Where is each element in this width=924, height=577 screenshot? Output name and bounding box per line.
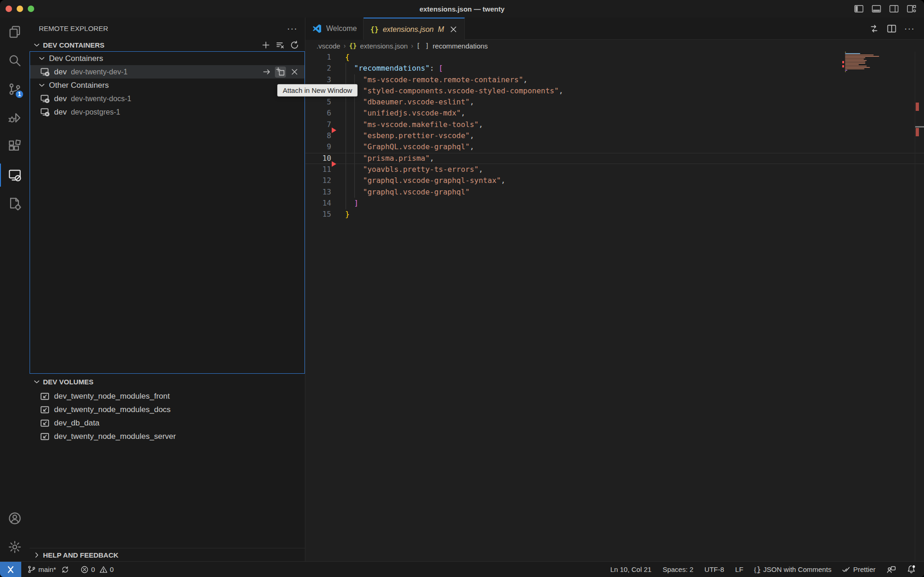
activity-bar-remote-explorer[interactable] [0, 161, 30, 189]
formatter-item[interactable]: Prettier [839, 565, 879, 574]
split-editor-button[interactable] [887, 24, 897, 34]
attach-in-current-window-button[interactable] [261, 67, 272, 78]
attach-in-new-window-button[interactable] [275, 67, 286, 78]
git-deleted-lines-marker [332, 128, 336, 133]
code-line-14[interactable]: 14 ] [305, 198, 924, 209]
more-actions-icon[interactable]: ··· [287, 23, 298, 34]
breadcrumb-vscode[interactable]: .vscode [316, 42, 340, 50]
customize-layout-button[interactable] [906, 4, 917, 14]
code-line-9[interactable]: 9 "GraphQL.vscode-graphql", [305, 141, 924, 152]
line-number[interactable]: 15 [305, 209, 331, 220]
git-branch-item[interactable]: main* [24, 565, 73, 574]
line-number[interactable]: 14 [305, 198, 331, 209]
container-name: dev [54, 94, 67, 103]
line-number[interactable]: 5 [305, 97, 331, 108]
code-line-2[interactable]: 2 "recommendations": [ [305, 63, 924, 74]
tree-row-dev-twenty-dev-1[interactable]: devdev-twenty-dev-1 [30, 65, 304, 79]
code-line-15[interactable]: 15} [305, 209, 924, 220]
activity-bar-extensions[interactable] [0, 132, 30, 161]
code-line-12[interactable]: 12 "graphql.vscode-graphql-syntax", [305, 175, 924, 186]
activity-bar-settings[interactable] [0, 533, 30, 561]
problems-item[interactable]: 0 0 [77, 565, 117, 574]
tab-welcome[interactable]: Welcome [305, 18, 364, 40]
tab-extensions-json[interactable]: {} extensions.json M [364, 18, 465, 40]
code-line-11[interactable]: 11 "yoavbls.pretty-ts-errors", [305, 164, 924, 175]
eol-item[interactable]: LF [732, 565, 747, 573]
code-line-5[interactable]: 5 "dbaeumer.vscode-eslint", [305, 97, 924, 108]
tree-row-dev-containers[interactable]: Dev Containers [30, 52, 304, 65]
volume-row-dev_twenty_node_modules_docs[interactable]: dev_twenty_node_modules_docs [30, 403, 305, 416]
line-number[interactable]: 13 [305, 187, 331, 198]
feedback-item[interactable] [883, 565, 900, 574]
line-number[interactable]: 9 [305, 141, 331, 152]
gutter [331, 175, 345, 186]
activity-bar-explorer[interactable] [0, 18, 30, 46]
code-text: "unifiedjs.vscode-mdx", [345, 108, 465, 119]
line-number[interactable]: 1 [305, 52, 331, 63]
notifications-item[interactable] [903, 565, 919, 574]
code-line-6[interactable]: 6 "unifiedjs.vscode-mdx", [305, 108, 924, 119]
activity-bar-search[interactable] [0, 46, 30, 75]
volume-row-dev_db_data[interactable]: dev_db_data [30, 416, 305, 430]
activity-bar-run-and-debug[interactable] [0, 103, 30, 132]
overview-ruler[interactable] [915, 52, 924, 561]
code-line-8[interactable]: 8 "esbenp.prettier-vscode", [305, 130, 924, 141]
minimap-deleted-marker [842, 61, 844, 63]
code-text: "yoavbls.pretty-ts-errors", [345, 164, 483, 175]
indentation-item[interactable]: Spaces: 2 [659, 565, 697, 573]
open-changes-button[interactable] [869, 24, 879, 34]
line-number[interactable]: 2 [305, 63, 331, 74]
language-mode-item[interactable]: {͢} JSON with Comments [750, 565, 835, 574]
section-header-dev-containers[interactable]: DEV CONTAINERS [30, 39, 305, 51]
toggle-panel-button[interactable] [871, 4, 881, 14]
code-line-7[interactable]: 7 "ms-vscode.makefile-tools", [305, 119, 924, 130]
refresh-button[interactable] [290, 40, 299, 50]
breadcrumb-extensions-json[interactable]: extensions.json [360, 42, 407, 50]
volume-row-dev_twenty_node_modules_server[interactable]: dev_twenty_node_modules_server [30, 430, 305, 443]
new-dev-container-button[interactable] [261, 40, 271, 50]
overview-deleted-mark [916, 103, 919, 111]
line-number[interactable]: 6 [305, 108, 331, 119]
activity-bar-dev-containers-view[interactable] [0, 189, 30, 218]
code-line-3[interactable]: 3 "ms-vscode-remote.remote-containers", [305, 74, 924, 85]
activity-bar-accounts[interactable] [0, 504, 30, 533]
tree-row-other-containers[interactable]: Other Containers [30, 79, 304, 92]
encoding-item[interactable]: UTF-8 [701, 565, 728, 573]
code-line-1[interactable]: 1{ [305, 52, 924, 63]
line-number[interactable]: 8 [305, 130, 331, 141]
line-number[interactable]: 11 [305, 164, 331, 175]
code-text: "dbaeumer.vscode-eslint", [345, 97, 474, 108]
close-tab-icon[interactable] [449, 25, 458, 34]
section-header-help-and-feedback[interactable]: HELP AND FEEDBACK [30, 548, 305, 561]
sync-icon[interactable] [61, 565, 69, 574]
volume-row-dev_twenty_node_modules_front[interactable]: dev_twenty_node_modules_front [30, 389, 305, 403]
activity-bar-source-control[interactable]: 1 [0, 75, 30, 103]
remote-indicator[interactable] [0, 562, 21, 577]
cursor-position-item[interactable]: Ln 10, Col 21 [607, 565, 655, 573]
more-actions-button[interactable]: ··· [904, 23, 915, 34]
line-number[interactable]: 12 [305, 175, 331, 186]
code-text: "graphql.vscode-graphql" [345, 187, 470, 198]
code-text: "GraphQL.vscode-graphql", [345, 141, 474, 152]
code-line-13[interactable]: 13 "graphql.vscode-graphql" [305, 187, 924, 198]
tooltip-attach-in-new-window: Attach in New Window [277, 84, 358, 97]
line-number[interactable]: 10 [305, 153, 331, 164]
minimap[interactable] [842, 52, 915, 73]
git-deleted-lines-marker [332, 161, 336, 167]
remove-container-button[interactable] [289, 67, 300, 78]
container-name: dev [54, 67, 67, 77]
tree-row-dev-postgres-1[interactable]: devdev-postgres-1 [30, 105, 304, 119]
toggle-primary-sidebar-button[interactable] [854, 4, 864, 14]
code-line-4[interactable]: 4 "styled-components.vscode-styled-compo… [305, 85, 924, 97]
git-branch-icon [27, 565, 36, 574]
toggle-secondary-sidebar-button[interactable] [889, 4, 899, 14]
breadcrumb-recommendations[interactable]: recommendations [433, 42, 488, 50]
tree-row-dev-twenty-docs-1[interactable]: devdev-twenty-docs-1 [30, 92, 304, 105]
line-number[interactable]: 7 [305, 119, 331, 130]
clear-recent-items-button[interactable] [275, 40, 285, 50]
extensions-icon [8, 140, 22, 153]
code-line-10[interactable]: 10 "prisma.prisma", [305, 153, 924, 164]
section-header-dev-volumes[interactable]: DEV VOLUMES [30, 374, 305, 389]
code-editor[interactable]: 1{2 "recommendations": [3 "ms-vscode-rem… [305, 52, 924, 561]
activity-bar: 1 [0, 18, 30, 561]
